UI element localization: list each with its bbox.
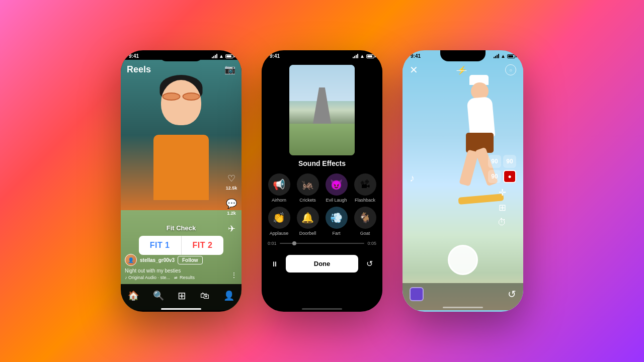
goat-label: Goat <box>360 231 370 236</box>
status-icons-phone1: ▲ <box>212 53 233 59</box>
home-indicator-2 <box>302 308 342 310</box>
sticker-grid: 90 90 90 ● <box>488 155 516 183</box>
reels-title: Reels <box>127 64 151 75</box>
status-icons-phone2: ▲ <box>353 53 374 59</box>
sticker-90-bl[interactable]: 90 <box>488 170 501 183</box>
reels-header: Reels 📷 <box>121 60 242 79</box>
time-phone1: 9:41 <box>129 53 139 59</box>
like-button[interactable]: ♡ 12.5k <box>225 172 237 191</box>
effect-applause[interactable]: 👏 Applause <box>267 207 291 236</box>
notch-3 <box>440 50 486 61</box>
flash-off-icon[interactable]: ⚡ <box>457 65 467 75</box>
reset-button[interactable]: ↺ <box>362 257 376 271</box>
close-button[interactable]: ✕ <box>410 64 418 76</box>
nav-search[interactable]: 🔍 <box>153 290 164 301</box>
time-end: 0:05 <box>367 241 376 246</box>
pause-button[interactable]: ⏸ <box>268 257 282 271</box>
user-row: 👤 stellas_gr00v3 Follow <box>125 254 221 266</box>
comment-count: 1.2k <box>227 211 236 216</box>
time-start: 0:01 <box>268 241 277 246</box>
done-bar: ⏸ Done ↺ <box>262 251 382 277</box>
timeline-scrubber[interactable] <box>292 241 296 245</box>
move-icon[interactable]: ✛ <box>488 187 516 198</box>
phone-reels: 9:41 ▲ <box>121 50 242 312</box>
effect-fart[interactable]: 💨 Fart <box>324 207 349 236</box>
audio-row: ♪ Original Audio · ste... ⇌ Results <box>125 275 221 280</box>
follow-button[interactable]: Follow <box>178 256 203 264</box>
camera-icon[interactable]: 📷 <box>224 64 235 75</box>
timeline-bar: 0:01 0:05 <box>262 236 382 251</box>
notch-2 <box>299 50 345 61</box>
flashback-label: Flashback <box>355 198 375 203</box>
sound-effects-content: Sound Effects 📢 Airhorn 🦗 Crickets 😈 Evi… <box>262 60 382 310</box>
like-count: 12.5k <box>226 186 237 191</box>
caption: Night out with my besties <box>125 268 221 274</box>
sticker-90-tr[interactable]: 90 <box>503 155 516 168</box>
reels-content: Reels 📷 ♡ 12.5k 💬 1.2k ✈ Fit Check FIT 1… <box>121 60 242 310</box>
video-preview <box>289 65 355 155</box>
sticker-90-tl[interactable]: 90 <box>488 155 501 168</box>
wifi-icon-3: ▲ <box>501 53 506 59</box>
timeline-track[interactable] <box>280 243 365 244</box>
effect-evil-laugh[interactable]: 😈 Evil Laugh <box>324 173 349 203</box>
battery-icon <box>225 54 233 58</box>
fit1-button[interactable]: FIT 1 <box>139 236 181 255</box>
camera-content: ✕ ⚡ ○ ♪ 90 90 90 ● ✛ ⊞ ⏱ ↺ <box>403 60 523 310</box>
person-body <box>153 135 209 200</box>
time-phone3: 9:41 <box>411 53 421 59</box>
effects-row-2: 👏 Applause 🔔 Doorbell 💨 Fart 🐐 Goat <box>262 203 382 236</box>
sticker-active[interactable]: ● <box>503 170 516 183</box>
nav-shop[interactable]: 🛍 <box>200 291 209 301</box>
signal-icon <box>212 54 217 58</box>
sunglasses <box>163 93 200 101</box>
time-phone2: 9:41 <box>270 53 280 59</box>
home-indicator-3 <box>443 307 483 308</box>
fit-buttons: FIT 1 FIT 2 <box>139 236 224 255</box>
comment-button[interactable]: 💬 1.2k <box>225 198 237 216</box>
bottom-nav: 🏠 🔍 ⊞ 🛍 👤 <box>121 284 242 310</box>
color-swatch[interactable] <box>410 287 424 301</box>
applause-label: Applause <box>270 231 289 236</box>
nav-home[interactable]: 🏠 <box>128 290 139 301</box>
heart-icon: ♡ <box>225 172 237 185</box>
music-note-icon[interactable]: ♪ <box>410 172 415 184</box>
evil-laugh-icon: 😈 <box>326 173 348 196</box>
effect-goat[interactable]: 🐐 Goat <box>353 207 377 236</box>
nav-profile[interactable]: 👤 <box>223 290 234 301</box>
effect-doorbell[interactable]: 🔔 Doorbell <box>295 207 320 236</box>
done-button[interactable]: Done <box>286 255 358 273</box>
camera-top-bar: ✕ ⚡ ○ <box>403 60 523 80</box>
doorbell-label: Doorbell <box>299 231 316 236</box>
effect-crickets[interactable]: 🦗 Crickets <box>295 173 320 203</box>
battery-icon-2 <box>366 54 374 58</box>
capture-button-area <box>403 245 523 275</box>
fart-label: Fart <box>332 231 340 236</box>
grid-icon[interactable]: ⊞ <box>488 202 516 213</box>
video-landscape <box>289 124 355 155</box>
user-avatar: 👤 <box>125 254 137 266</box>
fit2-button[interactable]: FIT 2 <box>181 236 224 255</box>
camera-tools: ↺ <box>403 283 523 310</box>
timer-icon[interactable]: ⏱ <box>488 217 516 228</box>
home-indicator-1 <box>161 308 201 310</box>
skater-leg1 <box>459 149 478 186</box>
effect-airhorn[interactable]: 📢 Airhorn <box>267 173 291 203</box>
comment-icon: 💬 <box>225 198 237 210</box>
more-options[interactable]: ⋮ <box>230 271 237 279</box>
crickets-icon: 🦗 <box>297 173 319 196</box>
sound-effects-title: Sound Effects <box>262 159 382 167</box>
signal-icon-2 <box>353 54 358 58</box>
nav-reels[interactable]: ⊞ <box>178 290 186 302</box>
phone-sound-effects: 9:41 ▲ Sound Effects 📢 Airhorn <box>262 50 382 312</box>
crickets-label: Crickets <box>299 198 316 203</box>
effect-flashback[interactable]: 📽 Flashback <box>353 173 377 203</box>
flip-camera-button[interactable]: ↺ <box>508 288 516 300</box>
effects-row-1: 📢 Airhorn 🦗 Crickets 😈 Evil Laugh 📽 Flas… <box>262 173 382 203</box>
phone-camera: 9:41 ▲ ✕ ⚡ ○ <box>403 50 523 312</box>
battery-icon-3 <box>507 54 515 58</box>
flashback-icon: 📽 <box>354 173 376 196</box>
audio-text: ♪ Original Audio · ste... <box>125 275 170 280</box>
capture-button[interactable] <box>448 245 478 275</box>
results-text: Results <box>180 275 195 280</box>
settings-button[interactable]: ○ <box>505 64 516 75</box>
